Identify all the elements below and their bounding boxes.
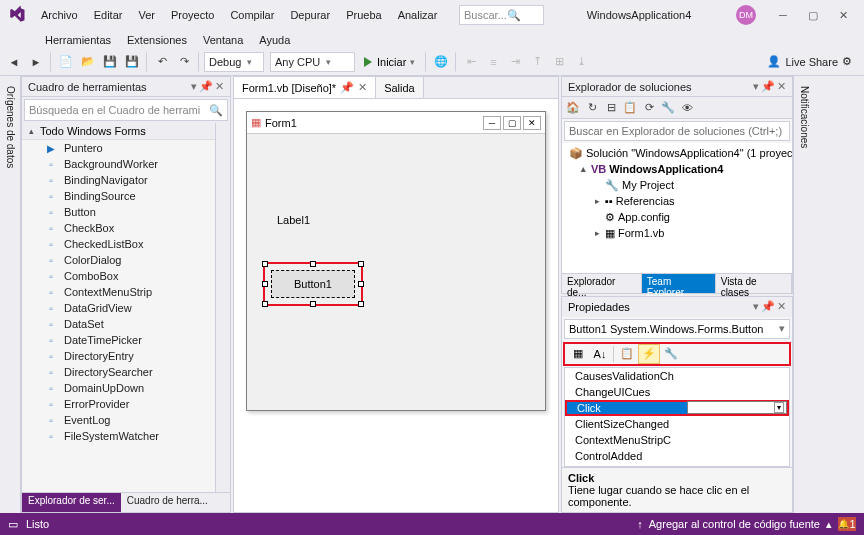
tab-explorador[interactable]: Explorador de...	[562, 274, 642, 293]
menu-ayuda[interactable]: Ayuda	[252, 30, 297, 48]
properties-icon[interactable]: 📋	[616, 344, 638, 364]
config-combo[interactable]: Debug	[204, 52, 264, 72]
toolbox-list[interactable]: ▴Todo Windows Forms ▶Puntero▫BackgroundW…	[22, 123, 215, 492]
back-button[interactable]: ◄	[4, 52, 24, 72]
tool-item-eventlog[interactable]: ▫EventLog	[22, 412, 215, 428]
tab-cuadro-herramientas[interactable]: Cuadro de herra...	[121, 493, 214, 512]
solution-tree[interactable]: 📦Solución "WindowsApplication4" (1 proye…	[562, 143, 792, 273]
tool-item-checkedlistbox[interactable]: ▫CheckedListBox	[22, 236, 215, 252]
solution-search-input[interactable]: Buscar en Explorador de soluciones (Ctrl…	[564, 121, 790, 141]
tool-item-errorprovider[interactable]: ▫ErrorProvider	[22, 396, 215, 412]
menu-analizar[interactable]: Analizar	[391, 5, 445, 25]
home-icon[interactable]: 🏠	[564, 99, 582, 117]
event-handler-combo[interactable]: ▾	[687, 401, 787, 414]
toolbox-group-header[interactable]: ▴Todo Windows Forms	[22, 123, 215, 140]
dropdown-icon[interactable]: ▾	[753, 300, 759, 313]
notifications-badge[interactable]: 🔔1	[838, 517, 856, 531]
show-all-icon[interactable]: 📋	[621, 99, 639, 117]
new-project-button[interactable]: 📄	[56, 52, 76, 72]
doc-tab-salida[interactable]: Salida	[376, 77, 424, 98]
menu-ver[interactable]: Ver	[131, 5, 162, 25]
tool-item-bindingsource[interactable]: ▫BindingSource	[22, 188, 215, 204]
events-list[interactable]: CausesValidationCh ChangeUICues Click ▾ …	[564, 367, 790, 468]
close-button[interactable]: ✕	[828, 3, 858, 27]
menu-archivo[interactable]: Archivo	[34, 5, 85, 25]
tab-origenes-datos[interactable]: Orígenes de datos	[3, 80, 18, 174]
tool-item-bindingnavigator[interactable]: ▫BindingNavigator	[22, 172, 215, 188]
pin-icon[interactable]: 📌	[761, 80, 775, 93]
align-left-icon[interactable]: ⇤	[461, 52, 481, 72]
menu-extensiones[interactable]: Extensiones	[120, 30, 194, 48]
close-icon[interactable]: ✕	[777, 300, 786, 313]
tool-item-backgroundworker[interactable]: ▫BackgroundWorker	[22, 156, 215, 172]
tool-item-dataset[interactable]: ▫DataSet	[22, 316, 215, 332]
property-pages-icon[interactable]: 🔧	[660, 344, 682, 364]
undo-button[interactable]: ↶	[152, 52, 172, 72]
refresh-icon[interactable]: ⟳	[640, 99, 658, 117]
save-button[interactable]: 💾	[100, 52, 120, 72]
align-center-icon[interactable]: ≡	[483, 52, 503, 72]
menu-prueba[interactable]: Prueba	[339, 5, 388, 25]
menu-depurar[interactable]: Depurar	[283, 5, 337, 25]
live-share-button[interactable]: 👤 Live Share ⚙	[759, 55, 860, 68]
forward-button[interactable]: ►	[26, 52, 46, 72]
platform-combo[interactable]: Any CPU	[270, 52, 355, 72]
tool-item-checkbox[interactable]: ▫CheckBox	[22, 220, 215, 236]
properties-icon[interactable]: 🔧	[659, 99, 677, 117]
output-icon[interactable]: ▭	[8, 518, 18, 531]
form-window[interactable]: ▦ Form1 ─ ▢ ✕ Label1 Button1	[246, 111, 546, 411]
user-avatar[interactable]: DM	[736, 5, 756, 25]
alphabetical-icon[interactable]: A↓	[589, 344, 611, 364]
align-top-icon[interactable]: ⤒	[527, 52, 547, 72]
tool-item-directorysearcher[interactable]: ▫DirectorySearcher	[22, 364, 215, 380]
tool-item-combobox[interactable]: ▫ComboBox	[22, 268, 215, 284]
menu-editar[interactable]: Editar	[87, 5, 130, 25]
redo-button[interactable]: ↷	[174, 52, 194, 72]
open-button[interactable]: 📂	[78, 52, 98, 72]
minimize-button[interactable]: ─	[768, 3, 798, 27]
start-debug-button[interactable]: Iniciar ▾	[357, 52, 421, 72]
pin-icon[interactable]: 📌	[761, 300, 775, 313]
events-icon[interactable]: ⚡	[638, 344, 660, 364]
click-event-row-highlighted[interactable]: Click ▾	[565, 400, 789, 416]
align-middle-icon[interactable]: ⊞	[549, 52, 569, 72]
doc-tab-form1[interactable]: Form1.vb [Diseño]* 📌 ✕	[234, 77, 376, 98]
tool-item-datetimepicker[interactable]: ▫DateTimePicker	[22, 332, 215, 348]
tool-item-button[interactable]: ▫Button	[22, 204, 215, 220]
tool-item-contextmenustrip[interactable]: ▫ContextMenuStrip	[22, 284, 215, 300]
label1-control[interactable]: Label1	[277, 214, 310, 226]
tool-item-domainupdown[interactable]: ▫DomainUpDown	[22, 380, 215, 396]
tab-vista-clases[interactable]: Vista de clases	[716, 274, 792, 293]
categorized-icon[interactable]: ▦	[567, 344, 589, 364]
toolbox-search-input[interactable]: Búsqueda en el Cuadro de herrami 🔍	[24, 99, 228, 121]
tab-explorador-servidores[interactable]: Explorador de ser...	[22, 493, 121, 512]
close-icon[interactable]: ✕	[777, 80, 786, 93]
tool-item-datagridview[interactable]: ▫DataGridView	[22, 300, 215, 316]
properties-object-combo[interactable]: Button1 System.Windows.Forms.Button ▾	[564, 319, 790, 339]
pin-icon[interactable]: 📌	[340, 81, 354, 94]
browse-button[interactable]: 🌐	[431, 52, 451, 72]
tool-item-puntero[interactable]: ▶Puntero	[22, 140, 215, 156]
collapse-icon[interactable]: ⊟	[602, 99, 620, 117]
tool-item-filesystemwatcher[interactable]: ▫FileSystemWatcher	[22, 428, 215, 444]
tool-item-directoryentry[interactable]: ▫DirectoryEntry	[22, 348, 215, 364]
tab-notificaciones[interactable]: Notificaciones	[797, 80, 812, 154]
button1-control[interactable]: Button1	[271, 270, 355, 298]
align-bottom-icon[interactable]: ⤓	[571, 52, 591, 72]
dropdown-icon[interactable]: ▾	[191, 80, 197, 93]
preview-icon[interactable]: 👁	[678, 99, 696, 117]
form-designer-surface[interactable]: ▦ Form1 ─ ▢ ✕ Label1 Button1	[234, 99, 558, 512]
source-control-button[interactable]: Agregar al control de código fuente	[649, 518, 820, 530]
menu-compilar[interactable]: Compilar	[223, 5, 281, 25]
menu-ventana[interactable]: Ventana	[196, 30, 250, 48]
align-right-icon[interactable]: ⇥	[505, 52, 525, 72]
save-all-button[interactable]: 💾	[122, 52, 142, 72]
pin-icon[interactable]: 📌	[199, 80, 213, 93]
tab-team-explorer[interactable]: Team Explorer	[642, 274, 716, 293]
sync-icon[interactable]: ↻	[583, 99, 601, 117]
button1-selected[interactable]: Button1	[263, 262, 363, 306]
tool-item-colordialog[interactable]: ▫ColorDialog	[22, 252, 215, 268]
menu-herramientas[interactable]: Herramientas	[38, 30, 118, 48]
dropdown-icon[interactable]: ▾	[753, 80, 759, 93]
toolbox-scrollbar[interactable]	[215, 123, 230, 492]
